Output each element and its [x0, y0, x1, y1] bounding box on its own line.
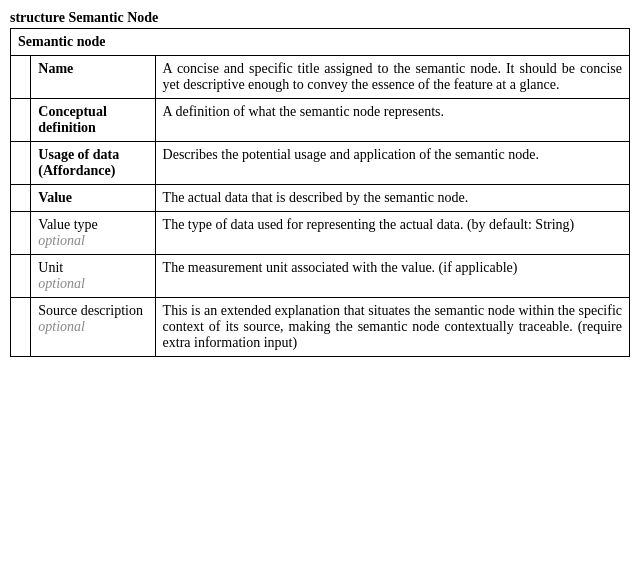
page-title: structure Semantic Node [10, 10, 630, 26]
label-text: Value type [38, 217, 97, 232]
semantic-node-table: Semantic node NameA concise and specific… [10, 28, 630, 357]
row-description: A definition of what the semantic node r… [155, 99, 629, 142]
label-text: Source description [38, 303, 143, 318]
row-label: Source descriptionoptional [31, 298, 155, 357]
row-label: Value [31, 185, 155, 212]
indent-cell [11, 298, 31, 357]
table-row: Value typeoptionalThe type of data used … [11, 212, 630, 255]
label-text: Unit [38, 260, 63, 275]
row-description: The type of data used for representing t… [155, 212, 629, 255]
row-description: This is an extended explanation that sit… [155, 298, 629, 357]
indent-cell [11, 99, 31, 142]
indent-cell [11, 185, 31, 212]
row-description: The actual data that is described by the… [155, 185, 629, 212]
table-header-row: Semantic node [11, 29, 630, 56]
label-text: Usage of data (Affordance) [38, 147, 119, 178]
row-description: Describes the potential usage and applic… [155, 142, 629, 185]
row-description: A concise and specific title assigned to… [155, 56, 629, 99]
table-row: Conceptual definitionA definition of wha… [11, 99, 630, 142]
label-text: Name [38, 61, 73, 76]
indent-cell [11, 255, 31, 298]
table-row: ValueThe actual data that is described b… [11, 185, 630, 212]
label-optional: optional [38, 233, 147, 249]
row-description: The measurement unit associated with the… [155, 255, 629, 298]
table-row: Source descriptionoptionalThis is an ext… [11, 298, 630, 357]
label-text: Value [38, 190, 72, 205]
label-optional: optional [38, 319, 147, 335]
indent-cell [11, 212, 31, 255]
table-row: Usage of data (Affordance)Describes the … [11, 142, 630, 185]
indent-cell [11, 56, 31, 99]
table-header-cell: Semantic node [11, 29, 630, 56]
label-optional: optional [38, 276, 147, 292]
row-label: Usage of data (Affordance) [31, 142, 155, 185]
table-row: NameA concise and specific title assigne… [11, 56, 630, 99]
row-label: Conceptual definition [31, 99, 155, 142]
label-text: Conceptual definition [38, 104, 106, 135]
table-row: UnitoptionalThe measurement unit associa… [11, 255, 630, 298]
row-label: Unitoptional [31, 255, 155, 298]
row-label: Name [31, 56, 155, 99]
indent-cell [11, 142, 31, 185]
row-label: Value typeoptional [31, 212, 155, 255]
